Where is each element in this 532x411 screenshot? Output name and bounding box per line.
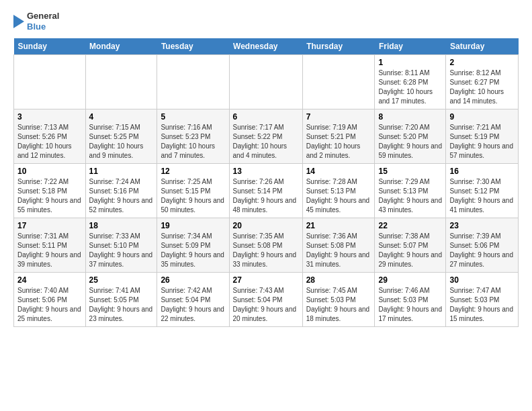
column-header-monday: Monday	[85, 38, 157, 55]
day-cell: 18Sunrise: 7:33 AM Sunset: 5:10 PM Dayli…	[85, 218, 157, 273]
day-number: 22	[378, 221, 442, 230]
day-info: Sunrise: 7:20 AM Sunset: 5:20 PM Dayligh…	[378, 123, 442, 161]
day-cell: 20Sunrise: 7:35 AM Sunset: 5:08 PM Dayli…	[229, 218, 302, 273]
day-number: 9	[449, 112, 515, 122]
column-header-sunday: Sunday	[14, 38, 86, 55]
day-cell: 7Sunrise: 7:19 AM Sunset: 5:21 PM Daylig…	[302, 109, 375, 164]
day-number: 14	[306, 167, 371, 176]
day-info: Sunrise: 7:38 AM Sunset: 5:07 PM Dayligh…	[378, 232, 442, 269]
day-info: Sunrise: 7:34 AM Sunset: 5:09 PM Dayligh…	[161, 232, 225, 269]
day-cell: 1Sunrise: 8:11 AM Sunset: 6:28 PM Daylig…	[375, 55, 446, 109]
day-info: Sunrise: 7:31 AM Sunset: 5:11 PM Dayligh…	[17, 232, 82, 269]
day-number: 18	[89, 221, 154, 230]
day-info: Sunrise: 7:17 AM Sunset: 5:22 PM Dayligh…	[233, 123, 299, 161]
day-cell: 29Sunrise: 7:46 AM Sunset: 5:03 PM Dayli…	[375, 273, 446, 327]
day-info: Sunrise: 7:16 AM Sunset: 5:23 PM Dayligh…	[161, 123, 225, 161]
svg-marker-0	[13, 15, 24, 28]
day-number: 24	[17, 275, 82, 285]
day-number: 21	[306, 221, 371, 230]
column-header-thursday: Thursday	[302, 38, 375, 55]
day-info: Sunrise: 7:46 AM Sunset: 5:03 PM Dayligh…	[378, 286, 442, 324]
day-cell: 26Sunrise: 7:42 AM Sunset: 5:04 PM Dayli…	[157, 273, 229, 327]
day-number: 26	[161, 275, 225, 285]
week-row-3: 10Sunrise: 7:22 AM Sunset: 5:18 PM Dayli…	[14, 164, 519, 218]
day-cell	[302, 55, 375, 109]
week-row-4: 17Sunrise: 7:31 AM Sunset: 5:11 PM Dayli…	[14, 218, 519, 273]
day-info: Sunrise: 7:15 AM Sunset: 5:25 PM Dayligh…	[89, 123, 154, 161]
day-cell: 16Sunrise: 7:30 AM Sunset: 5:12 PM Dayli…	[446, 164, 519, 218]
logo-blue: Blue	[27, 21, 59, 32]
day-info: Sunrise: 7:29 AM Sunset: 5:13 PM Dayligh…	[378, 177, 442, 215]
day-cell: 30Sunrise: 7:47 AM Sunset: 5:03 PM Dayli…	[446, 273, 519, 327]
day-info: Sunrise: 7:30 AM Sunset: 5:12 PM Dayligh…	[449, 177, 515, 215]
day-cell: 4Sunrise: 7:15 AM Sunset: 5:25 PM Daylig…	[85, 109, 157, 164]
day-cell	[229, 55, 302, 109]
day-info: Sunrise: 8:11 AM Sunset: 6:28 PM Dayligh…	[378, 68, 442, 106]
day-info: Sunrise: 7:33 AM Sunset: 5:10 PM Dayligh…	[89, 232, 154, 269]
day-number: 20	[233, 221, 299, 230]
week-row-1: 1Sunrise: 8:11 AM Sunset: 6:28 PM Daylig…	[14, 55, 519, 109]
column-header-saturday: Saturday	[446, 38, 519, 55]
day-info: Sunrise: 7:26 AM Sunset: 5:14 PM Dayligh…	[233, 177, 299, 215]
day-info: Sunrise: 7:21 AM Sunset: 5:19 PM Dayligh…	[449, 123, 515, 161]
day-cell: 24Sunrise: 7:40 AM Sunset: 5:06 PM Dayli…	[14, 273, 86, 327]
day-number: 15	[378, 167, 442, 176]
day-number: 1	[378, 58, 442, 67]
day-number: 27	[233, 275, 299, 285]
day-info: Sunrise: 7:47 AM Sunset: 5:03 PM Dayligh…	[449, 286, 515, 324]
day-cell: 9Sunrise: 7:21 AM Sunset: 5:19 PM Daylig…	[446, 109, 519, 164]
day-number: 12	[161, 167, 225, 176]
day-number: 4	[89, 112, 154, 122]
week-row-5: 24Sunrise: 7:40 AM Sunset: 5:06 PM Dayli…	[14, 273, 519, 327]
day-cell: 8Sunrise: 7:20 AM Sunset: 5:20 PM Daylig…	[375, 109, 446, 164]
day-number: 23	[449, 221, 515, 230]
day-number: 5	[161, 112, 225, 122]
day-cell: 28Sunrise: 7:45 AM Sunset: 5:03 PM Dayli…	[302, 273, 375, 327]
day-cell: 17Sunrise: 7:31 AM Sunset: 5:11 PM Dayli…	[14, 218, 86, 273]
day-cell: 14Sunrise: 7:28 AM Sunset: 5:13 PM Dayli…	[302, 164, 375, 218]
day-info: Sunrise: 7:22 AM Sunset: 5:18 PM Dayligh…	[17, 177, 82, 215]
day-number: 29	[378, 275, 442, 285]
day-cell: 10Sunrise: 7:22 AM Sunset: 5:18 PM Dayli…	[14, 164, 86, 218]
day-cell: 13Sunrise: 7:26 AM Sunset: 5:14 PM Dayli…	[229, 164, 302, 218]
day-cell: 11Sunrise: 7:24 AM Sunset: 5:16 PM Dayli…	[85, 164, 157, 218]
day-number: 11	[89, 167, 154, 176]
day-number: 13	[233, 167, 299, 176]
column-header-friday: Friday	[375, 38, 446, 55]
day-number: 25	[89, 275, 154, 285]
column-header-wednesday: Wednesday	[229, 38, 302, 55]
day-info: Sunrise: 7:39 AM Sunset: 5:06 PM Dayligh…	[449, 232, 515, 269]
day-info: Sunrise: 7:43 AM Sunset: 5:04 PM Dayligh…	[233, 286, 299, 324]
logo-text: GeneralBlue	[27, 11, 59, 32]
day-info: Sunrise: 7:13 AM Sunset: 5:26 PM Dayligh…	[17, 123, 82, 161]
day-cell: 21Sunrise: 7:36 AM Sunset: 5:08 PM Dayli…	[302, 218, 375, 273]
day-number: 6	[233, 112, 299, 122]
logo: GeneralBlue	[13, 11, 59, 32]
day-info: Sunrise: 7:42 AM Sunset: 5:04 PM Dayligh…	[161, 286, 225, 324]
day-cell: 3Sunrise: 7:13 AM Sunset: 5:26 PM Daylig…	[14, 109, 86, 164]
day-cell: 12Sunrise: 7:25 AM Sunset: 5:15 PM Dayli…	[157, 164, 229, 218]
day-number: 2	[449, 58, 515, 67]
day-cell: 5Sunrise: 7:16 AM Sunset: 5:23 PM Daylig…	[157, 109, 229, 164]
day-info: Sunrise: 7:28 AM Sunset: 5:13 PM Dayligh…	[306, 177, 371, 215]
day-number: 10	[17, 167, 82, 176]
day-number: 19	[161, 221, 225, 230]
day-number: 7	[306, 112, 371, 122]
day-cell: 19Sunrise: 7:34 AM Sunset: 5:09 PM Dayli…	[157, 218, 229, 273]
day-info: Sunrise: 7:36 AM Sunset: 5:08 PM Dayligh…	[306, 232, 371, 269]
day-cell	[157, 55, 229, 109]
day-number: 3	[17, 112, 82, 122]
day-cell: 6Sunrise: 7:17 AM Sunset: 5:22 PM Daylig…	[229, 109, 302, 164]
day-info: Sunrise: 7:24 AM Sunset: 5:16 PM Dayligh…	[89, 177, 154, 215]
day-cell: 23Sunrise: 7:39 AM Sunset: 5:06 PM Dayli…	[446, 218, 519, 273]
day-info: Sunrise: 7:19 AM Sunset: 5:21 PM Dayligh…	[306, 123, 371, 161]
day-cell	[85, 55, 157, 109]
day-number: 16	[449, 167, 515, 176]
day-info: Sunrise: 7:45 AM Sunset: 5:03 PM Dayligh…	[306, 286, 371, 324]
day-number: 17	[17, 221, 82, 230]
day-cell: 25Sunrise: 7:41 AM Sunset: 5:05 PM Dayli…	[85, 273, 157, 327]
day-cell: 2Sunrise: 8:12 AM Sunset: 6:27 PM Daylig…	[446, 55, 519, 109]
day-info: Sunrise: 7:35 AM Sunset: 5:08 PM Dayligh…	[233, 232, 299, 269]
day-info: Sunrise: 7:41 AM Sunset: 5:05 PM Dayligh…	[89, 286, 154, 324]
day-cell: 15Sunrise: 7:29 AM Sunset: 5:13 PM Dayli…	[375, 164, 446, 218]
